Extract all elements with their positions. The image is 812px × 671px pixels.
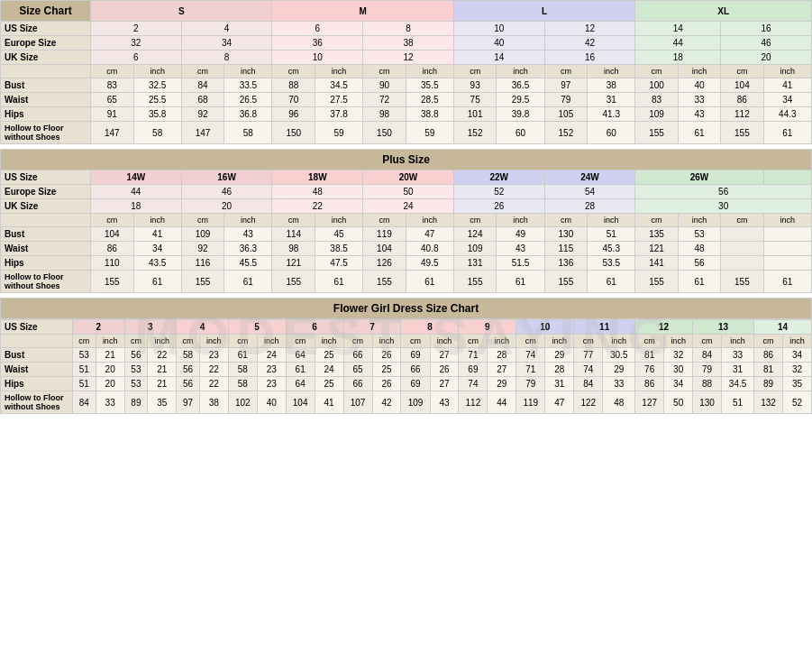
hollow-label: Hollow to Floor without Shoes xyxy=(1,122,91,144)
plus-waist-label: Waist xyxy=(1,242,91,256)
us-4: 4 xyxy=(181,22,272,36)
fg-us-label: US Size xyxy=(1,320,73,335)
waist-label: Waist xyxy=(1,93,91,107)
us-12: 12 xyxy=(544,22,635,36)
uk-size-label: UK Size xyxy=(1,51,91,65)
us-size-label: US Size xyxy=(1,22,91,36)
us-14: 14 xyxy=(635,22,721,36)
size-chart-title: Size Chart xyxy=(1,1,91,22)
bust-label: Bust xyxy=(1,78,91,93)
plus-europe-label: Europe Size xyxy=(1,185,91,199)
s-header: S xyxy=(91,1,272,22)
us-6: 6 xyxy=(272,22,363,36)
flower-girl-table: US Size 2 3 4 5 6 7 8 9 10 11 12 13 14 c… xyxy=(0,319,812,414)
europe-size-label: Europe Size xyxy=(1,36,91,51)
plus-us-label: US Size xyxy=(1,170,91,185)
us-8: 8 xyxy=(363,22,454,36)
inch-label: inch xyxy=(133,65,181,78)
flower-girl-title: Flower Girl Dress Size Chart xyxy=(1,299,812,319)
fg-bust-label: Bust xyxy=(1,348,73,363)
us-10: 10 xyxy=(453,22,544,36)
plus-bust-label: Bust xyxy=(1,227,91,242)
fg-waist-label: Waist xyxy=(1,363,73,377)
m-header: M xyxy=(272,1,453,22)
plus-hips-label: Hips xyxy=(1,256,91,271)
us-2: 2 xyxy=(91,22,182,36)
hips-label: Hips xyxy=(1,107,91,122)
cm-label: cm xyxy=(91,65,134,78)
xl-header: XL xyxy=(635,1,812,22)
plus-uk-label: UK Size xyxy=(1,199,91,214)
us-16: 16 xyxy=(721,22,812,36)
size-chart-table: Size Chart S M L XL US Size 2 4 6 8 10 1… xyxy=(0,0,812,319)
fg-hollow-label: Hollow to Floor without Shoes xyxy=(1,391,73,414)
plus-hollow-label: Hollow to Floor without Shoes xyxy=(1,271,91,293)
l-header: L xyxy=(453,1,634,22)
plus-size-title: Plus Size xyxy=(1,150,812,170)
fg-hips-label: Hips xyxy=(1,377,73,391)
